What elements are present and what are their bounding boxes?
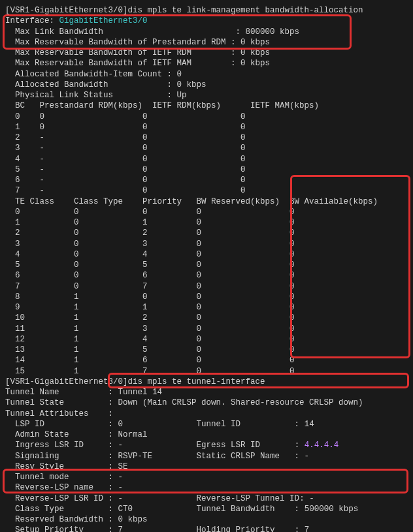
te-row: 9 1 1 0 0 [5, 302, 408, 313]
cmd1-text: dis mpls te link-management bandwidth-al… [128, 6, 363, 15]
bc-row: 6 - 0 0 [5, 175, 408, 185]
te-row: 1 0 1 0 0 [5, 217, 408, 228]
admin-state: Admin State : Normal [5, 430, 408, 440]
lsp-id: LSP ID : 0 Tunnel ID : 14 [5, 419, 408, 430]
te-header: TE Class Class Type Priority BW Reserved… [5, 196, 408, 207]
te-row: 8 1 0 0 0 [5, 292, 408, 302]
max-resv-ietf-rdm: Max Reservable Bandwidth of IETF RDM : 0… [5, 48, 408, 58]
iface-value: GigabitEthernet3/0 [59, 16, 148, 25]
te-row: 6 0 6 0 0 [5, 270, 408, 281]
max-resv-ietf-mam: Max Reservable Bandwidth of IETF MAM : 0… [5, 58, 408, 69]
te-row: 14 1 6 0 0 [5, 355, 408, 366]
tunnel-attr: Tunnel Attributes : [5, 409, 408, 419]
cmd1-line[interactable]: [VSR1-GigabitEthernet3/0]dis mpls te lin… [5, 5, 408, 16]
alloc-bw-item: Allocated Bandwidth-Item Count : 0 [5, 69, 408, 80]
te-row: 12 1 4 0 0 [5, 334, 408, 345]
class-type: Class Type : CT0 Tunnel Bandwidth : 5000… [5, 504, 408, 514]
rev-lsp-name: Reverse-LSP name : - [5, 482, 408, 493]
terminal-output: [VSR1-GigabitEthernet3/0]dis mpls te lin… [5, 5, 408, 532]
ingress-lsr: Ingress LSR ID : - Egress LSR ID : 4.4.4… [5, 440, 408, 450]
resv-style: Resv Style : SE [5, 462, 408, 472]
prompt2: [VSR1-GigabitEthernet3/0] [5, 377, 128, 386]
max-resv-pre: Max Reservable Bandwidth of Prestandard … [5, 37, 408, 48]
phys-link: Physical Link Status : Up [5, 90, 408, 101]
te-row: 5 0 5 0 0 [5, 260, 408, 270]
signaling: Signaling : RSVP-TE Static CRLSP Name : … [5, 451, 408, 462]
cmd2-text: dis mpls te tunnel-interface [128, 377, 265, 386]
reserved-bw: Reserved Bandwidth : 0 kbps [5, 514, 408, 525]
te-row: 13 1 5 0 0 [5, 345, 408, 355]
iface-label: Interface: [5, 16, 59, 25]
setup-prio: Setup Priority : 7 Holding Priority : 7 [5, 525, 408, 532]
rev-lsp-lsr: Reverse-LSP LSR ID : - Reverse-LSP Tunne… [5, 493, 408, 504]
max-link-bw: Max Link Bandwidth : 800000 kbps [5, 27, 408, 37]
te-row: 2 0 2 0 0 [5, 228, 408, 238]
alloc-bw: Allocated Bandwidth : 0 kbps [5, 80, 408, 90]
bc-row: 7 - 0 0 [5, 185, 408, 196]
te-row: 15 1 7 0 0 [5, 366, 408, 377]
bc-row: 5 - 0 0 [5, 164, 408, 175]
bc-row: 2 - 0 0 [5, 133, 408, 143]
te-row: 4 0 4 0 0 [5, 249, 408, 260]
te-row: 3 0 3 0 0 [5, 239, 408, 249]
bc-row: 1 0 0 0 [5, 122, 408, 133]
te-row: 0 0 0 0 0 [5, 207, 408, 217]
bc-row: 3 - 0 0 [5, 143, 408, 153]
te-row: 7 0 7 0 0 [5, 281, 408, 292]
bc-row: 4 - 0 0 [5, 154, 408, 164]
tunnel-state: Tunnel State : Down (Main CRLSP down. Sh… [5, 398, 408, 408]
bc-row: 0 0 0 0 [5, 112, 408, 122]
tunnel-name: Tunnel Name : Tunnel 14 [5, 387, 408, 398]
prompt: [VSR1-GigabitEthernet3/0] [5, 6, 128, 15]
te-row: 10 1 2 0 0 [5, 313, 408, 323]
bc-header: BC Prestandard RDM(kbps) IETF RDM(kbps) … [5, 101, 408, 111]
te-row: 11 1 3 0 0 [5, 324, 408, 334]
cmd2-line[interactable]: [VSR1-GigabitEthernet3/0]dis mpls te tun… [5, 377, 408, 387]
tunnel-mode: Tunnel mode : - [5, 472, 408, 482]
